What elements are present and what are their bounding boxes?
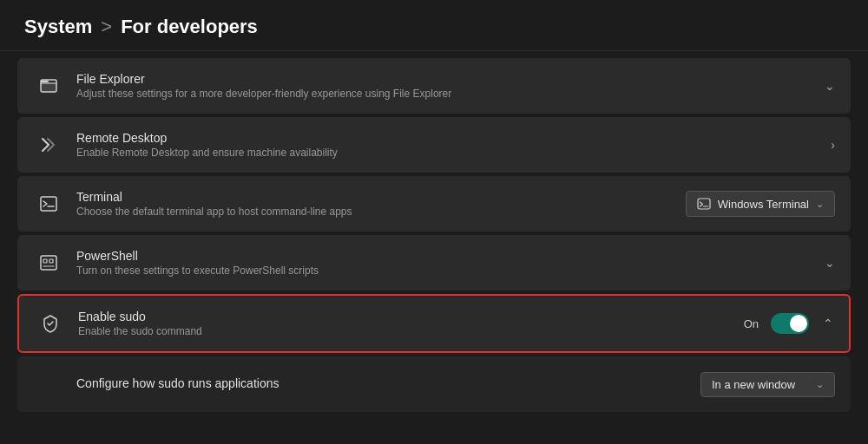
svg-rect-4 <box>698 199 710 209</box>
remote-desktop-control: › <box>831 138 835 152</box>
file-explorer-icon <box>33 70 64 101</box>
file-explorer-text: File Explorer Adjust these settings for … <box>76 72 825 100</box>
terminal-dropdown-icon <box>697 197 711 211</box>
configure-sudo-dropdown-value: In a new window <box>712 378 795 391</box>
enable-sudo-row[interactable]: Enable sudo Enable the sudo command On ⌃ <box>17 294 851 353</box>
file-explorer-desc: Adjust these settings for a more develop… <box>76 88 825 100</box>
sudo-icon <box>35 308 66 339</box>
toggle-on-label: On <box>744 317 759 330</box>
powershell-chevron-down-icon: ⌄ <box>825 256 835 270</box>
configure-sudo-control[interactable]: In a new window ⌄ <box>700 372 835 397</box>
powershell-text: PowerShell Turn on these settings to exe… <box>76 249 825 277</box>
system-label: System <box>24 16 92 38</box>
file-explorer-title: File Explorer <box>76 72 825 86</box>
terminal-dropdown-chevron-icon: ⌄ <box>816 199 824 210</box>
remote-desktop-icon <box>33 129 64 160</box>
configure-sudo-row[interactable]: Configure how sudo runs applications In … <box>17 356 851 412</box>
page-title: For developers <box>121 16 258 38</box>
remote-desktop-chevron-right-icon: › <box>831 138 835 152</box>
remote-desktop-desc: Enable Remote Desktop and ensure machine… <box>76 147 831 159</box>
terminal-control[interactable]: Windows Terminal ⌄ <box>686 191 835 217</box>
terminal-dropdown-button[interactable]: Windows Terminal ⌄ <box>686 191 835 217</box>
svg-rect-2 <box>41 83 56 92</box>
file-explorer-control: ⌄ <box>825 79 835 93</box>
header: System > For developers <box>0 0 868 51</box>
powershell-control: ⌄ <box>825 256 835 270</box>
terminal-text: Terminal Choose the default terminal app… <box>76 190 686 218</box>
terminal-dropdown-value: Windows Terminal <box>718 198 809 211</box>
enable-sudo-text: Enable sudo Enable the sudo command <box>78 310 744 337</box>
terminal-row[interactable]: Terminal Choose the default terminal app… <box>17 176 851 232</box>
file-explorer-chevron-down-icon: ⌄ <box>825 79 835 93</box>
powershell-row[interactable]: PowerShell Turn on these settings to exe… <box>17 235 851 291</box>
file-explorer-row[interactable]: File Explorer Adjust these settings for … <box>17 58 851 114</box>
breadcrumb-separator: > <box>101 16 112 38</box>
svg-rect-7 <box>49 259 53 263</box>
terminal-title: Terminal <box>76 190 686 204</box>
sudo-chevron-up-icon: ⌃ <box>823 317 833 330</box>
powershell-desc: Turn on these settings to execute PowerS… <box>76 264 825 277</box>
svg-rect-6 <box>43 259 47 263</box>
configure-sudo-text: Configure how sudo runs applications <box>33 376 700 392</box>
remote-desktop-title: Remote Desktop <box>76 131 831 145</box>
sudo-toggle-switch[interactable] <box>771 313 809 334</box>
settings-list: File Explorer Adjust these settings for … <box>0 51 868 422</box>
configure-sudo-dropdown-chevron-icon: ⌄ <box>816 379 824 390</box>
svg-rect-0 <box>41 81 49 82</box>
configure-sudo-title: Configure how sudo runs applications <box>76 376 700 390</box>
terminal-desc: Choose the default terminal app to host … <box>76 206 686 218</box>
remote-desktop-text: Remote Desktop Enable Remote Desktop and… <box>76 131 831 159</box>
enable-sudo-desc: Enable the sudo command <box>78 325 744 337</box>
remote-desktop-row[interactable]: Remote Desktop Enable Remote Desktop and… <box>17 117 851 173</box>
terminal-icon <box>33 188 64 219</box>
powershell-icon <box>33 247 64 278</box>
powershell-title: PowerShell <box>76 249 825 263</box>
svg-rect-3 <box>41 197 56 211</box>
enable-sudo-title: Enable sudo <box>78 310 744 323</box>
enable-sudo-control[interactable]: On ⌃ <box>744 313 833 334</box>
configure-sudo-dropdown-button[interactable]: In a new window ⌄ <box>700 372 835 397</box>
